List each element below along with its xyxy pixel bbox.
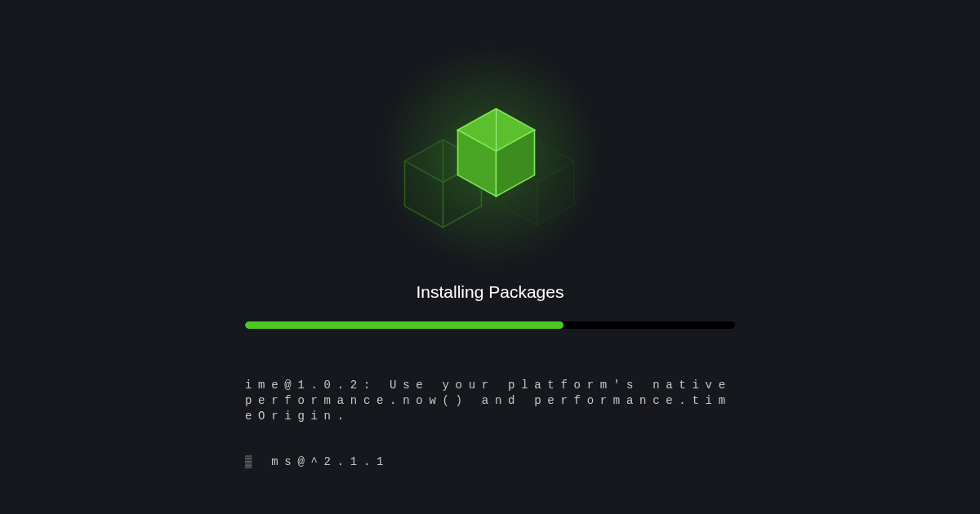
progress-bar (245, 321, 735, 329)
cubes-group (408, 103, 572, 233)
log-line: ▒ ms@^2.1.1 (245, 454, 735, 470)
log-line: ime@1.0.2: Use your platform's native pe… (245, 378, 735, 424)
install-log: ime@1.0.2: Use your platform's native pe… (245, 347, 735, 501)
cube-illustration (368, 62, 612, 274)
installer-panel: Installing Packages ime@1.0.2: Use your … (245, 62, 735, 501)
progress-fill (245, 321, 564, 329)
status-title: Installing Packages (416, 282, 564, 302)
cube-icon (453, 104, 539, 202)
